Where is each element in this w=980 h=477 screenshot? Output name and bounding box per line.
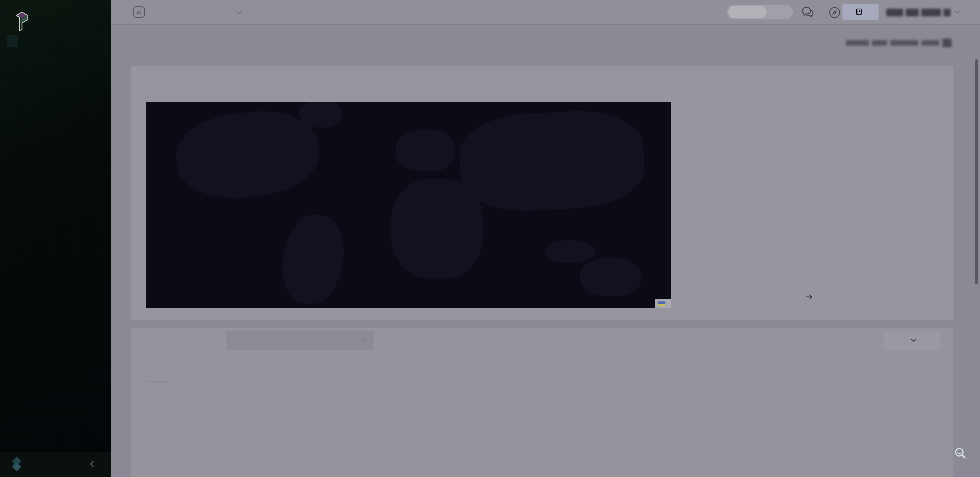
chevron-down-icon[interactable] bbox=[235, 10, 243, 15]
filter-by-clusters-dropdown[interactable] bbox=[226, 331, 374, 350]
landmass-indonesia bbox=[544, 240, 595, 263]
world-map[interactable] bbox=[146, 102, 671, 308]
spectro-cloud-logo-icon bbox=[9, 457, 25, 473]
user-chevron-down-icon[interactable] bbox=[954, 10, 961, 14]
book-icon bbox=[855, 8, 863, 16]
map-attribution[interactable] bbox=[655, 299, 671, 308]
version-badge bbox=[7, 35, 18, 47]
palette-dashboard bbox=[0, 0, 980, 477]
landmass-australia bbox=[580, 258, 641, 296]
palette-logo-icon[interactable] bbox=[14, 11, 29, 31]
arrow-right-icon bbox=[805, 293, 813, 301]
y-axis-label bbox=[137, 419, 145, 450]
landmass-asia bbox=[458, 108, 646, 214]
chat-icon[interactable] bbox=[800, 5, 815, 20]
header-info-redacted bbox=[846, 38, 969, 48]
sidebar bbox=[0, 0, 111, 477]
chevron-down-icon bbox=[910, 338, 917, 343]
date-range-dropdown[interactable] bbox=[884, 331, 940, 350]
cumulative-costs-chart bbox=[158, 395, 963, 477]
ukraine-flag-icon bbox=[658, 302, 665, 306]
upgrade-now-button[interactable] bbox=[28, 429, 83, 444]
magnifier-smile-icon bbox=[952, 446, 968, 462]
landmass-north-america bbox=[172, 105, 323, 204]
scrollbar-thumb[interactable] bbox=[975, 59, 978, 284]
sidebar-footer bbox=[0, 452, 111, 477]
view-clusters-list-link[interactable] bbox=[718, 293, 897, 301]
version-highlight-annotation bbox=[6, 36, 19, 46]
usage-progress-fill bbox=[728, 6, 767, 18]
project-scope-icon bbox=[134, 6, 145, 17]
usage-quota-pill bbox=[727, 5, 793, 19]
support-search-fab[interactable] bbox=[947, 440, 974, 467]
landmass-south-america bbox=[276, 210, 350, 308]
chevron-down-icon bbox=[361, 338, 367, 343]
title-rule bbox=[146, 381, 170, 382]
docs-button[interactable] bbox=[842, 3, 878, 20]
user-menu-redacted[interactable] bbox=[886, 7, 951, 18]
landmass-europe bbox=[396, 130, 455, 171]
collapse-sidebar-chevron-left-icon[interactable] bbox=[88, 459, 98, 469]
help-compass-icon[interactable] bbox=[828, 6, 841, 19]
title-rule bbox=[145, 98, 169, 99]
